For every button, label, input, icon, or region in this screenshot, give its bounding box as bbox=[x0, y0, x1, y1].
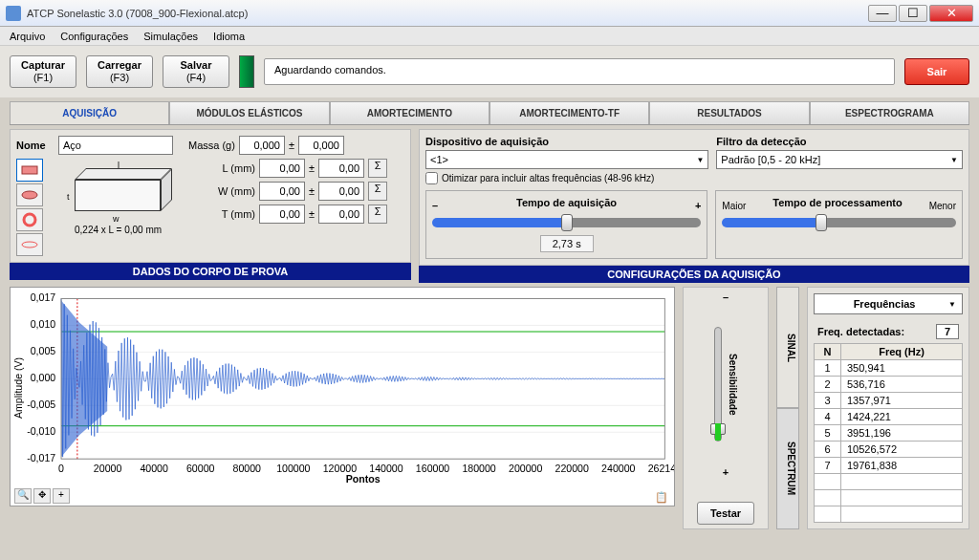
chevron-down-icon: ▼ bbox=[950, 156, 958, 164]
svg-text:-0,017: -0,017 bbox=[27, 452, 55, 463]
tempo-proc-label: Tempo de processamento bbox=[772, 197, 903, 208]
device-label: Dispositivo de aquisição bbox=[425, 136, 708, 147]
chart-pan-button[interactable]: ✥ bbox=[33, 488, 51, 504]
device-combo[interactable]: <1> ▼ bbox=[425, 150, 708, 169]
aq-minus[interactable]: – bbox=[432, 200, 438, 211]
salvar-button[interactable]: Salvar (F4) bbox=[163, 55, 229, 88]
svg-text:40000: 40000 bbox=[140, 463, 168, 474]
sens-plus[interactable]: + bbox=[723, 466, 729, 478]
svg-text:20000: 20000 bbox=[94, 463, 122, 474]
massa-input[interactable] bbox=[239, 136, 285, 155]
chart-reset-button[interactable]: + bbox=[53, 488, 70, 504]
carregar-key: (F3) bbox=[87, 72, 152, 84]
tab-modulos[interactable]: MÓDULOS ELÁSTICOS bbox=[169, 101, 329, 124]
table-row[interactable]: 1350,941 bbox=[815, 360, 963, 377]
tempo-aq-slider[interactable] bbox=[432, 218, 701, 227]
T-input[interactable] bbox=[259, 205, 305, 224]
window-title: ATCP Sonelastic 3.0 (7008_900-Flexional.… bbox=[27, 8, 868, 19]
status-field: Aguardando comandos. bbox=[264, 58, 895, 85]
T-label: T (mm) bbox=[209, 208, 255, 220]
sample-diagram: l t w 0,224 x L = 0,00 mm bbox=[51, 159, 204, 245]
testar-button[interactable]: Testar bbox=[697, 502, 754, 525]
W-input[interactable] bbox=[259, 182, 305, 201]
capturar-button[interactable]: Capturar (F1) bbox=[10, 55, 76, 88]
ratio-text: 0,224 x L = 0,00 mm bbox=[75, 225, 180, 235]
maximize-button[interactable]: ☐ bbox=[899, 5, 927, 22]
aq-plus[interactable]: + bbox=[695, 200, 701, 211]
menu-simulacoes[interactable]: Simulações bbox=[136, 29, 206, 44]
W-tol-input[interactable] bbox=[318, 182, 364, 201]
tab-amortecimento-tf[interactable]: AMORTECIMENTO-TF bbox=[490, 101, 649, 124]
table-row bbox=[815, 474, 963, 490]
shape-cylinder-button[interactable] bbox=[16, 183, 43, 206]
carregar-label: Carregar bbox=[87, 59, 152, 72]
tempo-proc-slider[interactable] bbox=[722, 218, 956, 227]
table-row[interactable]: 719761,838 bbox=[815, 458, 963, 474]
sensibilidade-label: Sensibilidade bbox=[728, 354, 738, 415]
massa-tol-input[interactable] bbox=[298, 136, 344, 155]
tab-espectrograma[interactable]: ESPECTROGRAMA bbox=[810, 101, 969, 124]
table-row[interactable]: 53951,196 bbox=[815, 425, 963, 442]
svg-text:-0,005: -0,005 bbox=[27, 398, 55, 410]
vtab-spectrum[interactable]: SPECTRUM bbox=[776, 408, 799, 529]
svg-text:120000: 120000 bbox=[323, 463, 357, 474]
svg-point-1 bbox=[22, 191, 37, 199]
table-row[interactable]: 41424,221 bbox=[815, 409, 963, 425]
minimize-button[interactable]: — bbox=[868, 5, 897, 22]
svg-text:180000: 180000 bbox=[462, 463, 495, 474]
chevron-down-icon: ▼ bbox=[948, 300, 956, 309]
vtab-sinal[interactable]: SINAL bbox=[776, 287, 799, 408]
tempo-aq-value: 2,73 s bbox=[540, 235, 594, 252]
tab-amortecimento[interactable]: AMORTECIMENTO bbox=[330, 101, 490, 124]
table-row[interactable]: 2536,716 bbox=[815, 377, 963, 393]
L-sigma-button[interactable]: Σ bbox=[368, 159, 387, 178]
freq-combo-label: Frequências bbox=[854, 298, 916, 310]
svg-text:0,005: 0,005 bbox=[31, 345, 56, 356]
filter-value: Padrão [0,5 - 20 kHz] bbox=[721, 154, 820, 165]
close-button[interactable]: ✕ bbox=[929, 5, 973, 22]
T-sigma-button[interactable]: Σ bbox=[368, 205, 387, 224]
L-label: L (mm) bbox=[209, 162, 255, 174]
status-indicator bbox=[239, 55, 254, 88]
filter-combo[interactable]: Padrão [0,5 - 20 kHz] ▼ bbox=[716, 150, 963, 169]
shape-disc-button[interactable] bbox=[16, 233, 43, 256]
chart-zoom-button[interactable]: 🔍 bbox=[14, 488, 32, 504]
W-sigma-button[interactable]: Σ bbox=[368, 182, 387, 201]
table-row[interactable]: 610526,572 bbox=[815, 442, 963, 458]
table-row[interactable]: 31357,971 bbox=[815, 393, 963, 409]
shape-ring-button[interactable] bbox=[16, 208, 43, 231]
signal-chart: 0,0170,0100,0050,000-0,005-0,010-0,01702… bbox=[10, 287, 675, 506]
col-hz: Freq (Hz) bbox=[841, 344, 963, 360]
device-value: <1> bbox=[430, 154, 448, 165]
svg-text:100000: 100000 bbox=[276, 463, 310, 474]
sensitivity-slider[interactable] bbox=[714, 327, 722, 442]
tab-aquisicao[interactable]: AQUISIÇÃO bbox=[10, 101, 169, 124]
optimize-checkbox[interactable] bbox=[425, 172, 438, 184]
L-input[interactable] bbox=[259, 159, 305, 178]
chart-export-icon[interactable]: 📋 bbox=[655, 491, 668, 504]
capturar-key: (F1) bbox=[11, 72, 76, 84]
side-tabs: SINAL SPECTRUM bbox=[776, 287, 799, 529]
menu-arquivo[interactable]: Arquivo bbox=[2, 29, 53, 44]
main-tabs: AQUISIÇÃO MÓDULOS ELÁSTICOS AMORTECIMENT… bbox=[10, 101, 969, 125]
freq-panel: Frequências▼ Freq. detectadas: 7 N Freq … bbox=[807, 287, 969, 529]
nome-input[interactable] bbox=[58, 136, 173, 155]
freq-combo[interactable]: Frequências▼ bbox=[814, 293, 963, 314]
shape-bar-button[interactable] bbox=[16, 159, 43, 182]
sens-minus[interactable]: – bbox=[723, 291, 729, 303]
carregar-button[interactable]: Carregar (F3) bbox=[86, 55, 153, 88]
menu-configuracoes[interactable]: Configurações bbox=[53, 29, 136, 44]
T-tol-input[interactable] bbox=[318, 205, 364, 224]
sample-section-header: DADOS DO CORPO DE PROVA bbox=[10, 263, 411, 280]
salvar-label: Salvar bbox=[163, 59, 228, 72]
svg-text:240000: 240000 bbox=[601, 463, 635, 474]
menu-idioma[interactable]: Idioma bbox=[206, 29, 252, 44]
sair-button[interactable]: Sair bbox=[904, 58, 969, 85]
chevron-down-icon: ▼ bbox=[696, 156, 704, 164]
tab-resultados[interactable]: RESULTADOS bbox=[649, 101, 809, 124]
freq-detected-label: Freq. detectadas: bbox=[817, 326, 904, 337]
L-tol-input[interactable] bbox=[318, 159, 364, 178]
svg-text:160000: 160000 bbox=[416, 463, 449, 474]
filter-label: Filtro da detecção bbox=[716, 136, 963, 147]
col-n: N bbox=[815, 344, 841, 360]
